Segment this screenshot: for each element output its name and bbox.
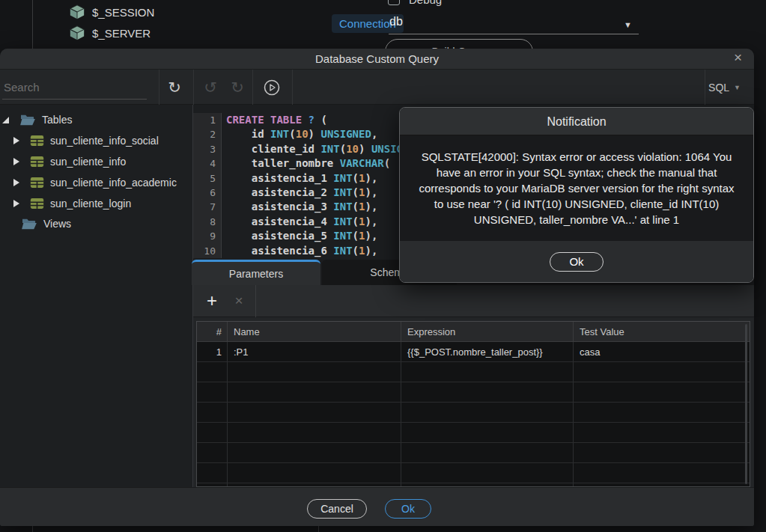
language-dropdown[interactable]: SQL ▼ <box>708 70 741 105</box>
table-cell[interactable] <box>401 443 574 462</box>
tab-parameters[interactable]: Parameters <box>192 260 320 285</box>
table-cell[interactable]: {{$_POST.nombre_taller_post}} <box>401 342 574 361</box>
tree-node-label: Tables <box>42 114 72 126</box>
tree-node-tables[interactable]: Tables <box>0 109 192 130</box>
bottom-strip-divider <box>318 526 319 532</box>
table-cell[interactable] <box>574 423 750 442</box>
table-cell[interactable]: :P1 <box>228 342 401 361</box>
table-cell[interactable] <box>228 463 401 483</box>
table-cell[interactable] <box>228 443 401 462</box>
line-number: 4 <box>193 156 222 171</box>
expand-collapse-icon[interactable] <box>2 117 9 123</box>
tree-node-label: Views <box>43 218 71 230</box>
column-header-test-value: Test Value <box>574 322 750 341</box>
code-text: cliente_id INT(10) UNSIGNED, <box>222 142 428 156</box>
empty-row[interactable] <box>197 362 750 382</box>
table-icon <box>30 135 44 147</box>
notification-ok-button[interactable]: Ok <box>550 252 604 272</box>
table-cell[interactable]: casa <box>574 342 750 361</box>
tree-node-table[interactable]: sun_cliente_info <box>0 151 192 172</box>
tree-node-table[interactable]: sun_cliente_login <box>0 193 192 214</box>
table-cell[interactable] <box>401 463 574 483</box>
dialog-toolbar: ↻ ↺ ↻ SQL ▼ <box>0 70 754 105</box>
table-cell[interactable] <box>574 382 750 402</box>
variable-tree-item[interactable]: $_SESSION <box>69 2 154 22</box>
table-cell[interactable] <box>574 362 750 382</box>
expand-icon[interactable] <box>13 179 19 186</box>
code-text: asistencia_5 INT(1), <box>222 229 377 243</box>
cube-icon <box>69 25 85 41</box>
remove-parameter-icon[interactable]: × <box>229 285 249 317</box>
table-cell[interactable] <box>401 423 574 442</box>
empty-row[interactable] <box>197 443 750 463</box>
expand-icon[interactable] <box>13 200 19 207</box>
table-cell[interactable] <box>574 403 750 422</box>
variable-tree-item[interactable]: $_SERVER <box>69 23 151 43</box>
language-dropdown-label: SQL <box>708 82 729 94</box>
tab-label: Parameters <box>229 268 283 280</box>
cancel-button[interactable]: Cancel <box>307 499 367 519</box>
code-text: asistencia_3 INT(1), <box>222 200 377 214</box>
toolbar-separator <box>255 285 256 317</box>
table-cell[interactable] <box>574 463 750 483</box>
table-cell[interactable] <box>197 382 228 402</box>
debug-checkbox[interactable] <box>388 0 400 5</box>
tree-node-table[interactable]: sun_cliente_info_social <box>0 130 192 151</box>
variable-label: $_SESSION <box>92 6 154 19</box>
line-number: 3 <box>193 142 222 156</box>
close-icon[interactable]: × <box>734 49 742 66</box>
table-cell[interactable] <box>228 362 401 382</box>
table-cell[interactable]: 1 <box>197 342 228 361</box>
code-text: taller_nombre VARCHAR( <box>222 156 390 171</box>
table-name-label: sun_cliente_info_social <box>50 135 159 147</box>
empty-row[interactable] <box>197 423 750 443</box>
add-parameter-icon[interactable]: + <box>202 285 222 317</box>
table-cell[interactable] <box>401 403 574 422</box>
parameter-row[interactable]: 1:P1{{$_POST.nombre_taller_post}}casa <box>197 342 750 362</box>
screen: $_SESSION $_SERVER Debug Connection db ▼… <box>0 0 766 532</box>
toolbar-separator <box>292 70 293 105</box>
line-number: 7 <box>193 200 222 214</box>
expand-icon[interactable] <box>13 158 19 165</box>
search-underline <box>2 99 147 100</box>
line-number: 1 <box>193 113 222 127</box>
table-cell[interactable] <box>197 423 228 442</box>
table-name-label: sun_cliente_login <box>50 198 131 210</box>
table-cell[interactable] <box>228 382 401 402</box>
undo-icon[interactable]: ↺ <box>199 70 222 105</box>
variable-label: $_SERVER <box>92 27 151 40</box>
ok-button[interactable]: Ok <box>385 499 431 519</box>
table-cell[interactable] <box>574 443 750 462</box>
refresh-icon[interactable]: ↻ <box>163 70 186 105</box>
schema-tree-panel: Tables sun_cliente_info_social sun_clien… <box>0 105 193 487</box>
empty-row[interactable] <box>197 382 750 403</box>
connection-caret-icon[interactable]: ▼ <box>624 20 632 29</box>
search-input[interactable] <box>4 77 146 97</box>
table-scrollbar[interactable] <box>745 324 747 484</box>
table-cell[interactable] <box>197 403 228 422</box>
run-query-icon[interactable] <box>261 70 283 105</box>
toolbar-separator <box>252 70 253 105</box>
table-name-label: sun_cliente_info_academic <box>50 177 177 189</box>
tree-node-table[interactable]: sun_cliente_info_academic <box>0 172 192 193</box>
table-cell[interactable] <box>401 362 574 382</box>
notification-footer: Ok <box>400 241 753 282</box>
table-icon <box>30 156 44 168</box>
column-header-num: # <box>197 322 228 341</box>
connection-select[interactable]: db <box>389 15 403 28</box>
table-cell[interactable] <box>197 443 228 462</box>
table-cell[interactable] <box>197 463 228 483</box>
line-number: 10 <box>193 244 222 258</box>
code-text: CREATE TABLE ? ( <box>222 113 327 127</box>
table-cell[interactable] <box>228 423 401 442</box>
tree-node-views[interactable]: Views <box>0 213 192 234</box>
table-cell[interactable] <box>401 382 574 402</box>
table-cell[interactable] <box>228 403 401 422</box>
connection-underline <box>389 34 639 34</box>
redo-icon[interactable]: ↻ <box>226 70 249 105</box>
empty-row[interactable] <box>197 403 750 423</box>
expand-icon[interactable] <box>13 137 19 144</box>
empty-row[interactable] <box>197 463 750 483</box>
line-number: 6 <box>193 186 222 200</box>
table-cell[interactable] <box>197 362 228 382</box>
